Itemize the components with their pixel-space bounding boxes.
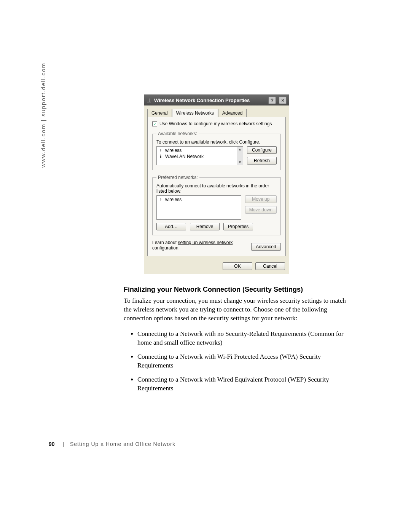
- section-heading: Finalizing your Network Connection (Secu…: [124, 286, 348, 294]
- network-name: wireless: [165, 148, 182, 153]
- available-hint: To connect to an available network, clic…: [156, 139, 277, 145]
- remove-button[interactable]: Remove: [190, 223, 220, 230]
- properties-button[interactable]: Properties: [223, 223, 253, 230]
- refresh-button[interactable]: Refresh: [247, 157, 277, 165]
- available-networks-list[interactable]: ♀ wireless ℹ WaveLAN Network ▲ ▼: [156, 146, 243, 165]
- list-item: Connecting to a Network with no Security…: [137, 330, 348, 347]
- close-button[interactable]: ×: [279, 96, 287, 104]
- list-item[interactable]: ℹ WaveLAN Network: [158, 153, 236, 160]
- preferred-networks-group: Preferred networks: Automatically connec…: [152, 175, 281, 235]
- body-text: Finalizing your Network Connection (Secu…: [124, 286, 348, 398]
- list-item[interactable]: ♀ wireless: [158, 147, 236, 153]
- move-up-button[interactable]: Move up: [245, 195, 277, 203]
- scrollbar[interactable]: ▲ ▼: [237, 147, 243, 165]
- page-number: 90: [49, 441, 55, 447]
- move-down-button[interactable]: Move down: [245, 206, 277, 214]
- list-item[interactable]: ♀ wireless: [158, 197, 240, 203]
- learn-row: Learn about setting up wireless network …: [152, 240, 281, 251]
- tab-bar: General Wireless Networks Advanced: [144, 105, 289, 117]
- preferred-networks-list[interactable]: ♀ wireless: [156, 195, 241, 220]
- learn-text: Learn about setting up wireless network …: [152, 240, 240, 251]
- bullet-list: Connecting to a Network with no Security…: [124, 330, 348, 393]
- network-name: wireless: [165, 197, 182, 202]
- connection-icon: ⊥: [147, 97, 151, 103]
- cancel-button[interactable]: Cancel: [255, 262, 285, 270]
- ok-button[interactable]: OK: [223, 262, 252, 270]
- tab-panel-wireless: ✓ Use Windows to configure my wireless n…: [147, 117, 286, 256]
- available-legend: Available networks:: [156, 131, 199, 136]
- chapter-title: Setting Up a Home and Office Network: [70, 441, 175, 447]
- antenna-icon: ℹ: [158, 154, 163, 159]
- advanced-button[interactable]: Advanced: [251, 243, 281, 251]
- help-button[interactable]: ?: [268, 96, 276, 104]
- list-item: Connecting to a Network with Wired Equiv…: [137, 375, 348, 393]
- section-paragraph: To finalize your connection, you must ch…: [124, 297, 348, 323]
- list-item: Connecting to a Network with Wi-Fi Prote…: [137, 353, 348, 370]
- tab-advanced[interactable]: Advanced: [218, 109, 247, 117]
- titlebar: ⊥ Wireless Network Connection Properties…: [144, 95, 289, 105]
- dialog-title: Wireless Network Connection Properties: [154, 97, 250, 103]
- antenna-icon: ♀: [158, 197, 163, 202]
- wireless-properties-dialog: ⊥ Wireless Network Connection Properties…: [144, 94, 289, 274]
- tab-wireless-networks[interactable]: Wireless Networks: [172, 109, 218, 117]
- configure-button[interactable]: Configure: [247, 146, 277, 154]
- preferred-hint: Automatically connect to available netwo…: [156, 183, 277, 194]
- use-windows-row: ✓ Use Windows to configure my wireless n…: [152, 121, 281, 126]
- page: www.dell.com | support.dell.com ⊥ Wirele…: [0, 0, 411, 532]
- scroll-down-icon[interactable]: ▼: [237, 160, 243, 165]
- available-networks-group: Available networks: To connect to an ava…: [152, 131, 281, 170]
- antenna-icon: ♀: [158, 148, 163, 153]
- learn-prefix: Learn about: [152, 240, 178, 245]
- network-name: WaveLAN Network: [165, 154, 204, 159]
- side-url-text: www.dell.com | support.dell.com: [40, 62, 46, 168]
- scroll-up-icon[interactable]: ▲: [237, 147, 243, 152]
- preferred-legend: Preferred networks:: [156, 175, 199, 180]
- add-button[interactable]: Add…: [156, 223, 186, 230]
- tab-general[interactable]: General: [147, 109, 172, 117]
- page-footer: 90 | Setting Up a Home and Office Networ…: [49, 441, 175, 447]
- dialog-footer-buttons: OK Cancel: [144, 259, 289, 274]
- use-windows-checkbox[interactable]: ✓: [152, 121, 157, 126]
- use-windows-label: Use Windows to configure my wireless net…: [159, 121, 272, 126]
